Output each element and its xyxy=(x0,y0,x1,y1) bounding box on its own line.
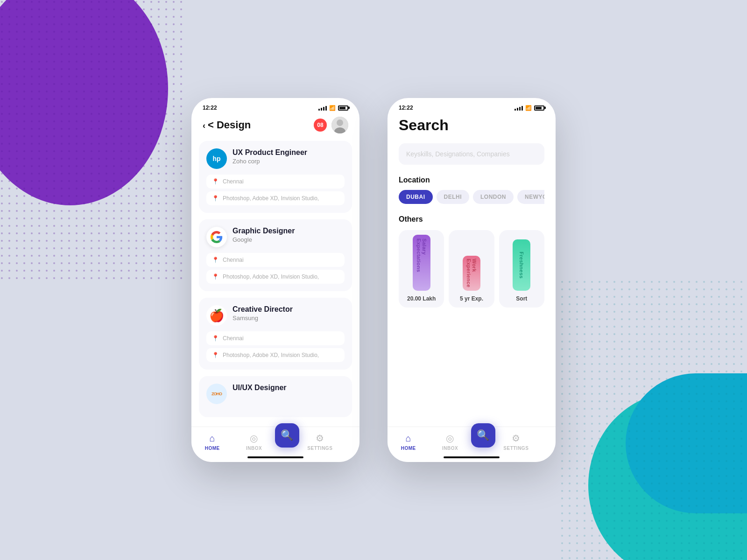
tag-london[interactable]: LONDON xyxy=(473,190,514,204)
bar-label-fresh: Freshness xyxy=(519,248,524,282)
nav-settings-right[interactable]: ⚙ SETTINGS xyxy=(495,433,537,451)
signal-bars-right xyxy=(514,105,523,111)
dot-pattern-teal xyxy=(560,280,747,560)
job-details-1: 📍 Chennai 📍 Photoshop, Adobe XD, Invisio… xyxy=(206,175,345,205)
settings-label-left: SETTINGS xyxy=(307,446,332,451)
dot-pattern-purple xyxy=(0,0,187,280)
fab-search-right[interactable]: 🔍 xyxy=(471,423,495,448)
location-text-3: Chennai xyxy=(223,335,244,342)
job-info-3: Creative Director Samsung xyxy=(233,305,345,322)
status-icons-right: 📶 xyxy=(514,105,544,111)
notification-badge[interactable]: 08 xyxy=(314,119,327,132)
signal-bar-1 xyxy=(318,109,320,111)
job-company-1: Zoho corp xyxy=(233,158,345,165)
others-grid: Salary Expectations 20.00 Lakh Work Expe… xyxy=(399,230,544,308)
job-card-3[interactable]: 🍎 Creative Director Samsung 📍 Chennai 📍 … xyxy=(199,298,352,370)
nav-home-right[interactable]: ⌂ HOME xyxy=(388,433,429,451)
location-text-1: Chennai xyxy=(223,178,244,185)
skills-icon-2: 📍 xyxy=(212,273,219,280)
bar-label-salary: Salary Expectations xyxy=(416,235,427,291)
bar-container-work: Work Experience xyxy=(449,230,494,291)
back-button[interactable]: ‹ < Design xyxy=(203,119,251,131)
signal-bars-left xyxy=(318,105,327,111)
signal-bar-3 xyxy=(323,107,324,111)
inbox-icon-left: ◎ xyxy=(250,433,258,444)
job-card-header-4: ZOHO UI/UX Designer xyxy=(206,384,345,404)
job-info-4: UI/UX Designer xyxy=(233,384,345,392)
job-card-1[interactable]: hp UX Product Engineer Zoho corp 📍 Chenn… xyxy=(199,141,352,213)
skills-text-2: Photoshop, Adobe XD, Invision Studio, xyxy=(223,273,319,280)
filter-card-salary[interactable]: Salary Expectations 20.00 Lakh xyxy=(399,230,444,308)
job-card-4[interactable]: ZOHO UI/UX Designer xyxy=(199,376,352,417)
filter-card-fresh[interactable]: Freshness Sort xyxy=(499,230,544,308)
job-company-3: Samsung xyxy=(233,315,345,322)
skills-text-1: Photoshop, Adobe XD, Invision Studio, xyxy=(223,195,319,202)
home-indicator-left xyxy=(247,456,303,458)
home-icon-left: ⌂ xyxy=(210,433,215,444)
skills-icon-3: 📍 xyxy=(212,352,219,358)
avatar[interactable] xyxy=(331,117,348,133)
location-icon-2: 📍 xyxy=(212,257,219,263)
job-details-2: 📍 Chennai 📍 Photoshop, Adobe XD, Invisio… xyxy=(206,253,345,284)
filter-value-salary: 20.00 Lakh xyxy=(402,291,440,308)
inbox-icon-right: ◎ xyxy=(446,433,454,444)
signal-bar-r4 xyxy=(521,106,523,111)
bar-salary: Salary Expectations xyxy=(413,235,430,291)
tag-dubai[interactable]: DUBAI xyxy=(399,190,433,204)
home-label-right: HOME xyxy=(401,446,416,451)
tag-newyork[interactable]: NEWYORK xyxy=(517,190,544,204)
avatar-image xyxy=(331,117,348,133)
job-skills-1: 📍 Photoshop, Adobe XD, Invision Studio, xyxy=(206,191,345,205)
fab-search-left[interactable]: 🔍 xyxy=(275,423,299,448)
settings-icon-right: ⚙ xyxy=(512,433,520,444)
home-label-left: HOME xyxy=(205,446,220,451)
svg-rect-3 xyxy=(560,280,747,560)
job-details-3: 📍 Chennai 📍 Photoshop, Adobe XD, Invisio… xyxy=(206,331,345,362)
inbox-label-right: INBOX xyxy=(442,446,458,451)
search-icon-left: 🔍 xyxy=(281,429,293,441)
search-input-container[interactable]: Keyskills, Designations, Companies xyxy=(399,143,544,165)
job-title-4: UI/UX Designer xyxy=(233,384,345,392)
battery-icon-left xyxy=(338,105,348,111)
nav-inbox-right[interactable]: ◎ INBOX xyxy=(429,433,471,451)
signal-bar-r3 xyxy=(519,107,521,111)
logo-google xyxy=(206,227,227,247)
tag-delhi[interactable]: DELHI xyxy=(437,190,470,204)
phone-header-left: ‹ < Design 08 xyxy=(191,113,359,141)
job-title-1: UX Product Engineer xyxy=(233,148,345,157)
job-card-header-3: 🍎 Creative Director Samsung xyxy=(206,305,345,326)
skills-text-3: Photoshop, Adobe XD, Invision Studio, xyxy=(223,352,319,358)
job-location-1: 📍 Chennai xyxy=(206,175,345,189)
home-indicator-right xyxy=(444,456,500,458)
job-skills-2: 📍 Photoshop, Adobe XD, Invision Studio, xyxy=(206,270,345,284)
nav-settings-left[interactable]: ⚙ SETTINGS xyxy=(299,433,341,451)
phone-right: 12:22 📶 Search Keyskills, Designations, … xyxy=(388,98,556,462)
job-card-2[interactable]: Graphic Designer Google 📍 Chennai 📍 Phot… xyxy=(199,219,352,291)
bar-container-salary: Salary Expectations xyxy=(399,230,444,291)
phones-container: 12:22 📶 ‹ < Design 08 xyxy=(191,98,556,462)
location-tags: DUBAI DELHI LONDON NEWYORK xyxy=(399,190,544,204)
wifi-icon-left: 📶 xyxy=(329,105,336,111)
search-icon-right: 🔍 xyxy=(477,429,489,441)
google-logo-svg xyxy=(211,231,223,243)
others-label: Others xyxy=(399,215,544,224)
home-icon-right: ⌂ xyxy=(406,433,411,444)
search-screen: Search Keyskills, Designations, Companie… xyxy=(388,113,556,308)
back-label: ‹ xyxy=(203,121,208,130)
signal-bar-2 xyxy=(321,108,322,111)
time-right: 12:22 xyxy=(399,105,413,111)
filter-value-fresh: Sort xyxy=(511,291,532,308)
nav-inbox-left[interactable]: ◎ INBOX xyxy=(233,433,275,451)
status-bar-left: 12:22 📶 xyxy=(191,98,359,113)
job-location-3: 📍 Chennai xyxy=(206,331,345,345)
nav-home-left[interactable]: ⌂ HOME xyxy=(191,433,233,451)
settings-label-right: SETTINGS xyxy=(503,446,529,451)
bar-container-fresh: Freshness xyxy=(499,230,544,291)
wifi-icon-right: 📶 xyxy=(525,105,532,111)
location-text-2: Chennai xyxy=(223,257,244,263)
inbox-label-left: INBOX xyxy=(246,446,262,451)
jobs-list: hp UX Product Engineer Zoho corp 📍 Chenn… xyxy=(191,141,359,421)
search-title: Search xyxy=(399,113,544,143)
time-left: 12:22 xyxy=(203,105,217,111)
filter-card-work[interactable]: Work Experience 5 yr Exp. xyxy=(449,230,494,308)
